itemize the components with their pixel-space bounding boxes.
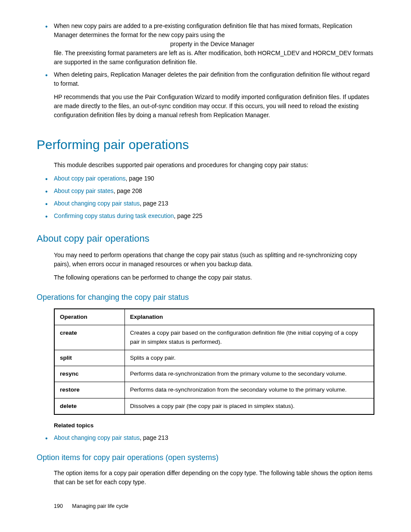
table-cell: create — [54, 325, 125, 350]
list-item: When new copy pairs are added to a pre-e… — [54, 22, 374, 67]
table-row: delete Dissolves a copy pair (the copy p… — [54, 398, 374, 414]
body-text: , page 213 — [140, 434, 168, 441]
footer-section: Managing pair life cycle — [72, 503, 128, 509]
heading-3: Operations for changing the copy pair st… — [37, 292, 374, 303]
table-row: restore Performs data re-synchronization… — [54, 382, 374, 398]
body-text: , page 225 — [174, 212, 202, 219]
body-text: , page 190 — [126, 175, 154, 182]
body-text: , page 213 — [140, 200, 168, 207]
list-item: About changing copy pair status, page 21… — [54, 199, 374, 208]
table-cell: Performs data re-synchronization from th… — [125, 382, 374, 398]
table-cell: split — [54, 350, 125, 366]
table-row: create Creates a copy pair based on the … — [54, 325, 374, 350]
toc-list: About copy pair operations, page 190 Abo… — [37, 174, 374, 221]
body-text: The option items for a copy pair operati… — [54, 469, 374, 487]
list-item: About copy pair operations, page 190 — [54, 174, 374, 183]
heading-2: About copy pair operations — [37, 231, 374, 246]
body-text: You may need to perform operations that … — [54, 251, 374, 269]
heading-1: Performing pair operations — [37, 135, 374, 154]
top-notes-list: When new copy pairs are added to a pre-e… — [37, 22, 374, 88]
table-row: split Splits a copy pair. — [54, 350, 374, 366]
table-cell: delete — [54, 398, 125, 414]
related-topics-heading: Related topics — [54, 421, 374, 430]
body-text: When deleting pairs, Replication Manager… — [54, 71, 370, 87]
table-cell: restore — [54, 382, 125, 398]
toc-link[interactable]: Confirming copy status during task execu… — [54, 212, 174, 219]
toc-link[interactable]: About copy pair operations — [54, 175, 126, 182]
related-link[interactable]: About changing copy pair status — [54, 434, 140, 441]
toc-link[interactable]: About changing copy pair status — [54, 200, 140, 207]
page-number: 190 — [54, 503, 63, 509]
table-header: Explanation — [125, 309, 374, 325]
table-cell: Dissolves a copy pair (the copy pair is … — [125, 398, 374, 414]
list-item: When deleting pairs, Replication Manager… — [54, 70, 374, 88]
page-footer: 190 Managing pair life cycle — [54, 502, 128, 510]
heading-3: Option items for copy pair operations (o… — [37, 452, 374, 464]
related-topics-list: About changing copy pair status, page 21… — [37, 433, 374, 442]
body-text: The following operations can be performe… — [54, 273, 374, 282]
table-header-row: Operation Explanation — [54, 309, 374, 325]
operations-table: Operation Explanation create Creates a c… — [54, 308, 374, 415]
list-item: Confirming copy status during task execu… — [54, 212, 374, 221]
body-text: This module describes supported pair ope… — [54, 161, 374, 170]
table-cell: resync — [54, 366, 125, 382]
list-item: About changing copy pair status, page 21… — [54, 433, 374, 442]
table-header: Operation — [54, 309, 125, 325]
body-text: , page 208 — [114, 187, 142, 194]
toc-link[interactable]: About copy pair states — [54, 187, 114, 194]
table-cell: Splits a copy pair. — [125, 350, 374, 366]
body-text: property in the Device Manager — [170, 40, 374, 49]
body-text: file. The preexisting format parameters … — [54, 50, 373, 65]
table-cell: Performs data re-synchronization from th… — [125, 366, 374, 382]
list-item: About copy pair states, page 208 — [54, 187, 374, 196]
body-text: HP recommends that you use the Pair Conf… — [54, 93, 374, 120]
body-text: When new copy pairs are added to a pre-e… — [54, 22, 352, 38]
table-row: resync Performs data re-synchronization … — [54, 366, 374, 382]
table-cell: Creates a copy pair based on the configu… — [125, 325, 374, 350]
